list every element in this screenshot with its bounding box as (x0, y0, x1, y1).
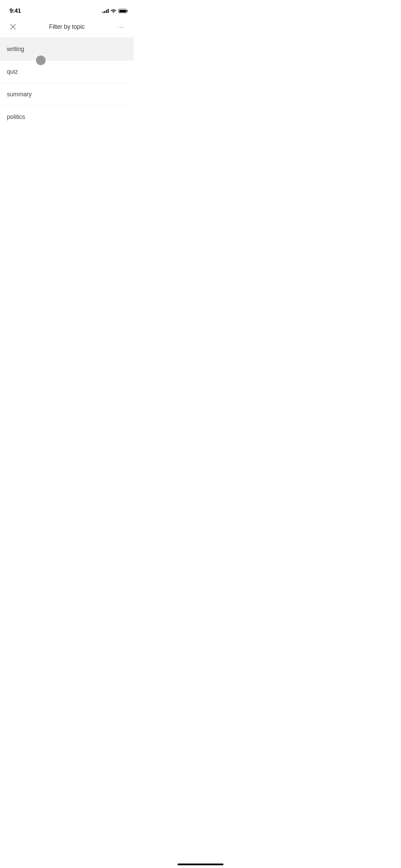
signal-icon (102, 9, 109, 13)
topic-item-politics[interactable]: politics (0, 106, 134, 128)
page-title: Filter by topic (49, 23, 85, 31)
battery-icon (118, 9, 127, 13)
topic-label-politics: politics (7, 113, 25, 120)
close-icon (10, 24, 16, 30)
status-bar: 9:41 (0, 0, 134, 17)
topic-item-summary[interactable]: summary (0, 83, 134, 106)
status-time: 9:41 (10, 8, 21, 14)
close-button[interactable] (7, 21, 19, 33)
more-dots-icon: ··· (117, 23, 124, 30)
status-icons (102, 9, 127, 13)
more-button[interactable]: ··· (114, 21, 127, 33)
wifi-icon (111, 9, 116, 13)
nav-header: Filter by topic ··· (0, 17, 134, 38)
selected-indicator (36, 56, 46, 65)
topic-label-writing: writing (7, 46, 24, 52)
topic-list: writing quiz summary politics (0, 38, 134, 128)
topic-item-writing[interactable]: writing (0, 38, 134, 61)
topic-label-summary: summary (7, 91, 32, 98)
topic-label-quiz: quiz (7, 68, 18, 75)
topic-item-quiz[interactable]: quiz (0, 61, 134, 83)
